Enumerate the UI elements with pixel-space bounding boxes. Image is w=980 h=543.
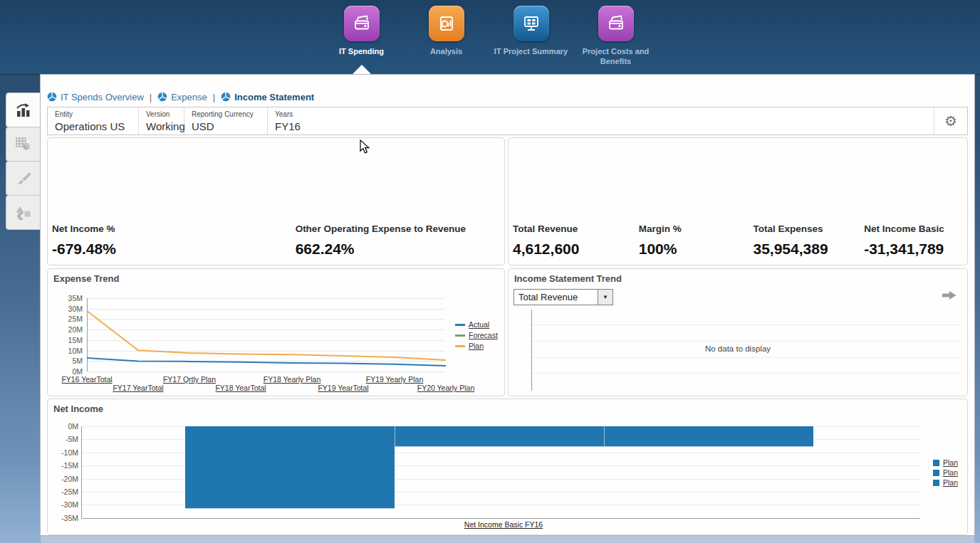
nav-item-it-project-summary[interactable]: IT Project Summary (489, 6, 573, 67)
breadcrumb: IT Spends Overview | Expense | Income St… (47, 90, 314, 104)
kpi-tile-totals: Total Revenue 4,612,600 Margin % 100% To… (508, 137, 968, 265)
nav-label: IT Project Summary (491, 46, 572, 56)
pov-reporting-currency[interactable]: Reporting Currency USD (184, 107, 268, 135)
legend-item[interactable]: Plan (469, 342, 484, 350)
kpi-other-opex-to-revenue: Other Operating Expense to Revenue 662.2… (296, 223, 504, 258)
pov-entity[interactable]: Entity Operations US (48, 107, 139, 135)
kpi-label: Other Operating Expense to Revenue (296, 223, 504, 234)
legend-swatch (933, 470, 939, 476)
active-app-caret (352, 65, 372, 75)
sidebar-tab-shapes[interactable] (6, 195, 41, 230)
pov-bar: Entity Operations US Version Working Rep… (47, 107, 968, 135)
wallet-icon (344, 6, 380, 41)
no-data-message: No data to display (509, 344, 967, 353)
sidebar-tab-format[interactable] (6, 161, 41, 196)
kpi-label: Net Income Basic (864, 223, 967, 234)
kpi-total-expenses: Total Expenses 35,954,389 (753, 223, 864, 258)
dropdown-button[interactable]: ▼ (598, 290, 612, 305)
analysis-icon (429, 6, 464, 41)
svg-text:-15M: -15M (61, 461, 78, 470)
legend-item[interactable]: Forecast (469, 331, 498, 339)
pov-field-value: Operations US (55, 120, 138, 132)
svg-text:-10M: -10M (61, 448, 78, 457)
panel-title: Income Statement Trend (514, 273, 622, 284)
pov-version[interactable]: Version Working (139, 107, 184, 135)
legend-row: Plan (933, 458, 958, 467)
legend-item[interactable]: Actual (469, 320, 489, 329)
nav-label: IT Spending (321, 46, 402, 56)
settings-button[interactable]: ⚙ (934, 107, 967, 135)
net-income-x-label[interactable]: Net Income Basic FY16 (464, 520, 543, 529)
shapes-icon (14, 204, 33, 222)
svg-text:-35M: -35M (61, 514, 78, 522)
pov-field-label: Years (275, 110, 375, 118)
sidebar-tab-grid-cube[interactable] (6, 127, 41, 162)
kpi-value: 662.24% (296, 241, 504, 258)
legend-swatch (455, 334, 465, 337)
dashboard-content: IT Spends Overview | Expense | Income St… (41, 75, 974, 535)
expense-x-label[interactable]: FY20 Yearly Plan (417, 384, 475, 392)
expense-x-label[interactable]: FY18 YearTotal (215, 384, 266, 392)
pie-chart-icon (221, 92, 231, 102)
expense-trend-panel: Expense Trend 0M5M10M15M20M25M30M35M FY1… (47, 268, 505, 396)
breadcrumb-label: IT Spends Overview (61, 92, 144, 102)
svg-text:15M: 15M (68, 336, 83, 344)
drill-arrow-button[interactable] (942, 290, 957, 303)
legend-row: Plan (455, 342, 498, 350)
kpi-net-income-pct: Net Income % -679.48% (52, 223, 296, 258)
breadcrumb-separator: | (150, 92, 152, 102)
expense-x-label[interactable]: FY18 Yearly Plan (264, 375, 321, 384)
pov-field-label: Reporting Currency (192, 110, 267, 118)
breadcrumb-it-spends-overview[interactable]: IT Spends Overview (47, 92, 144, 102)
svg-text:10M: 10M (68, 347, 83, 355)
net-income-legend: PlanPlanPlan (933, 458, 958, 488)
pov-field-value: FY16 (275, 120, 375, 132)
kpi-margin-pct: Margin % 100% (639, 223, 754, 258)
breadcrumb-expense[interactable]: Expense (157, 92, 207, 102)
legend-swatch (455, 324, 465, 326)
legend-item[interactable]: Plan (943, 478, 958, 487)
chevron-down-icon: ▼ (603, 295, 608, 300)
svg-text:25M: 25M (68, 315, 83, 323)
nav-label: Analysis (406, 46, 487, 56)
app-header: IT Spending Analysis IT Project Summary (0, 0, 980, 75)
net-income-chart: 0M-5M-10M-15M-20M-25M-30M-35M (48, 415, 969, 533)
expense-x-label[interactable]: FY17 Qrtly Plan (163, 375, 216, 384)
expense-x-label[interactable]: FY19 YearTotal (318, 384, 368, 392)
legend-swatch (455, 345, 465, 347)
breadcrumb-income-statement[interactable]: Income Statement (221, 92, 314, 102)
svg-text:20M: 20M (68, 325, 83, 334)
legend-row: Plan (933, 468, 958, 477)
kpi-label: Margin % (639, 223, 754, 234)
expense-legend: ActualForecastPlan (455, 320, 498, 352)
pov-field-value: USD (192, 120, 267, 132)
kpi-value: 4,612,600 (513, 241, 639, 258)
svg-text:5M: 5M (72, 357, 83, 365)
app-nav: IT Spending Analysis IT Project Summary (319, 6, 658, 67)
pie-chart-icon (47, 92, 57, 102)
gridline (532, 373, 962, 374)
nav-item-it-spending[interactable]: IT Spending (319, 6, 404, 67)
svg-text:-30M: -30M (61, 500, 78, 509)
kpi-total-revenue: Total Revenue 4,612,600 (513, 223, 639, 258)
sidebar-tab-charts[interactable] (6, 93, 41, 127)
pov-field-label: Entity (55, 110, 138, 118)
expense-x-label[interactable]: FY19 Yearly Plan (366, 375, 424, 384)
grid-cube-icon (14, 135, 33, 154)
expense-x-label[interactable]: FY16 YearTotal (61, 375, 112, 384)
breadcrumb-label: Expense (171, 92, 207, 102)
svg-text:0M: 0M (68, 422, 78, 431)
legend-swatch (933, 460, 939, 466)
pov-years[interactable]: Years FY16 (268, 107, 375, 135)
legend-item[interactable]: Plan (943, 458, 958, 467)
bar-chart-icon (14, 101, 33, 120)
breadcrumb-separator: | (213, 92, 215, 102)
measure-dropdown[interactable]: Total Revenue ▼ (514, 289, 613, 305)
legend-item[interactable]: Plan (943, 468, 958, 477)
kpi-label: Net Income % (52, 223, 296, 234)
nav-item-analysis[interactable]: Analysis (404, 6, 489, 67)
nav-item-project-costs-benefits[interactable]: Project Costs and Benefits (573, 6, 658, 67)
page-bottom-strip (41, 535, 974, 543)
pie-chart-icon (157, 92, 167, 102)
expense-x-label[interactable]: FY17 YearTotal (113, 384, 163, 392)
